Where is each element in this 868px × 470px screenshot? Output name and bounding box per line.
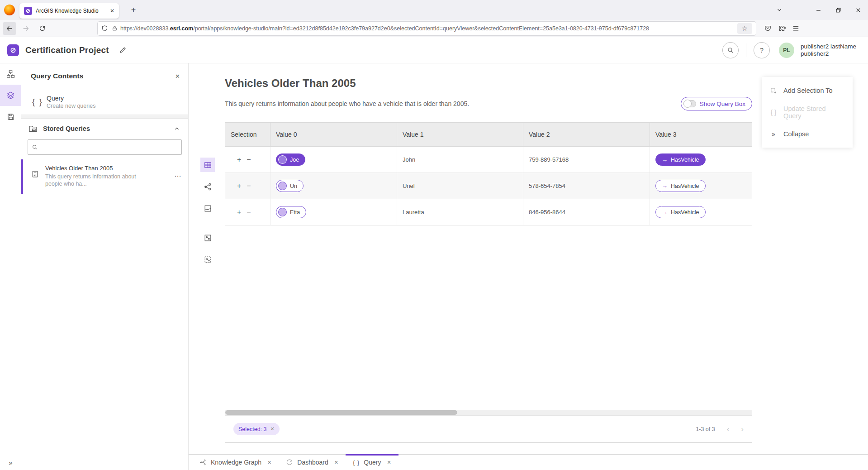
close-window-button[interactable] (848, 2, 868, 18)
context-menu-item-update-stored-query[interactable]: { } Update Stored Query (762, 101, 853, 123)
relationship-label: HasVehicle (671, 209, 699, 216)
entity-pill[interactable]: Joe (276, 153, 305, 166)
selected-chip[interactable]: Selected: 3 ✕ (233, 423, 280, 435)
clear-selection-button[interactable]: ✕ (270, 426, 275, 432)
url-bar[interactable]: https://dev0028833.esri.com/portal/apps/… (98, 22, 756, 35)
chevron-up-icon[interactable] (174, 125, 180, 132)
table-footer: Selected: 3 ✕ 1-3 of 3 ‹ › (225, 415, 752, 442)
stored-query-item[interactable]: Vehicles Older Than 2005 This query retu… (21, 159, 188, 194)
tab-close-icon[interactable]: ✕ (387, 460, 391, 465)
expand-row-button[interactable]: + (237, 208, 241, 216)
minimize-button[interactable] (808, 2, 828, 18)
firefox-logo-icon[interactable] (4, 5, 15, 15)
panel-close-button[interactable]: ✕ (175, 73, 180, 80)
hamburger-menu-icon[interactable] (792, 24, 800, 32)
help-button[interactable]: ? (754, 42, 770, 58)
back-button[interactable] (3, 22, 16, 35)
section-divider (21, 115, 188, 119)
arcgis-knowledge-logo-icon (7, 44, 19, 56)
expand-row-button[interactable]: + (237, 182, 241, 190)
context-menu-item-add-selection[interactable]: Add Selection To (762, 80, 853, 101)
horizontal-scrollbar-track[interactable] (225, 410, 752, 415)
selection-view-icon[interactable] (200, 252, 215, 267)
edit-title-icon[interactable] (119, 46, 127, 54)
tab-close-icon[interactable]: ✕ (334, 460, 338, 465)
braces-icon: { } (28, 97, 47, 107)
restore-button[interactable] (828, 2, 848, 18)
show-query-box-toggle[interactable]: Show Query Box (681, 97, 752, 110)
new-tab-button[interactable]: + (127, 4, 140, 16)
pocket-icon[interactable] (764, 24, 772, 32)
map-view-icon[interactable] (200, 201, 215, 216)
browser-tab-title: ArcGIS Knowledge Studio (36, 8, 106, 14)
stored-query-description: This query returns information about peo… (45, 173, 174, 187)
prev-page-button[interactable]: ‹ (727, 425, 730, 434)
tab-knowledge-graph[interactable]: Knowledge Graph ✕ (192, 455, 279, 470)
link-chart-map-view-icon[interactable] (200, 230, 215, 245)
stored-query-title: Vehicles Older Than 2005 (45, 165, 174, 172)
entity-pill[interactable]: Uri (276, 180, 304, 192)
relationship-pill[interactable]: →HasVehicle (655, 206, 706, 218)
tab-dashboard[interactable]: Dashboard ✕ (279, 455, 346, 470)
next-page-button[interactable]: › (741, 425, 744, 434)
tab-close-icon[interactable]: ✕ (267, 460, 271, 465)
value2-cell: 759-889-57168 (523, 147, 650, 173)
bookmark-star-icon[interactable]: ☆ (737, 23, 752, 34)
entity-label: Etta (290, 209, 300, 216)
selected-chip-label: Selected: 3 (238, 426, 267, 432)
tab-close-button[interactable]: ✕ (110, 8, 114, 14)
workspace-tab-bar: Knowledge Graph ✕ Dashboard ✕ { } Query … (189, 454, 868, 470)
table-header-row: SelectionValue 0Value 1Value 2Value 3 (225, 123, 752, 147)
pagination-label: 1-3 of 3 (696, 426, 715, 432)
tab-list-button[interactable] (769, 2, 789, 18)
context-menu-item-collapse[interactable]: » Collapse (762, 123, 853, 145)
panel-title: Query Contents (31, 72, 175, 80)
entity-pill[interactable]: Etta (276, 206, 306, 218)
value2-cell: 578-654-7854 (523, 173, 650, 199)
query-item[interactable]: { } Query Create new queries (21, 89, 188, 115)
relationship-label: HasVehicle (671, 183, 699, 189)
stored-queries-header[interactable]: Stored Queries (21, 119, 188, 138)
stored-query-doc-icon (31, 170, 39, 178)
reload-button[interactable] (35, 22, 49, 35)
rail-item-save-icon[interactable] (0, 106, 21, 127)
browser-tab[interactable]: ArcGIS Knowledge Studio ✕ (19, 3, 119, 19)
item-options-button[interactable]: … (174, 170, 182, 178)
user-menu[interactable]: publisher2 lastName publisher2 (801, 43, 856, 58)
stored-queries-searchbox[interactable] (28, 139, 182, 155)
query-item-subtitle: Create new queries (47, 103, 95, 109)
toggle-switch[interactable] (683, 100, 696, 107)
deselect-row-button[interactable]: − (247, 156, 251, 164)
lock-icon[interactable] (112, 25, 118, 31)
entity-avatar-icon (278, 155, 287, 164)
browser-window: ArcGIS Knowledge Studio ✕ + (0, 0, 868, 470)
rail-item-contents-icon[interactable] (0, 85, 21, 106)
deselect-row-button[interactable]: − (247, 208, 251, 216)
link-chart-view-icon[interactable] (200, 179, 215, 194)
tab-query[interactable]: { } Query ✕ (346, 455, 398, 470)
horizontal-scrollbar-thumb[interactable] (225, 410, 457, 415)
user-username: publisher2 (801, 50, 856, 58)
forward-button[interactable] (19, 22, 33, 35)
value1-cell: John (397, 147, 523, 173)
expand-row-button[interactable]: + (237, 156, 241, 164)
relationship-pill[interactable]: →HasVehicle (655, 180, 706, 192)
table-row: +−JoeJohn759-889-57168→HasVehicle (225, 147, 752, 173)
toggle-label: Show Query Box (700, 101, 745, 107)
column-header: Value 0 (270, 123, 397, 146)
tracking-shield-icon[interactable] (101, 25, 108, 32)
relationship-pill[interactable]: →HasVehicle (655, 153, 706, 166)
query-description: This query returns information about peo… (225, 100, 681, 107)
extensions-icon[interactable] (778, 24, 786, 32)
project-title: Certification Project (25, 45, 109, 55)
expand-rail-button[interactable]: » (0, 459, 21, 466)
user-avatar[interactable]: PL (779, 43, 794, 58)
deselect-row-button[interactable]: − (247, 182, 251, 190)
stored-queries-search-input[interactable] (41, 144, 178, 151)
table-view-icon[interactable] (200, 158, 215, 172)
search-button[interactable] (722, 42, 739, 58)
knowledge-graph-icon (199, 459, 207, 466)
rail-item-data-model-icon[interactable] (0, 63, 21, 85)
value1-cell: Lauretta (397, 199, 523, 225)
url-text: https://dev0028833.esri.com/portal/apps/… (120, 25, 735, 32)
